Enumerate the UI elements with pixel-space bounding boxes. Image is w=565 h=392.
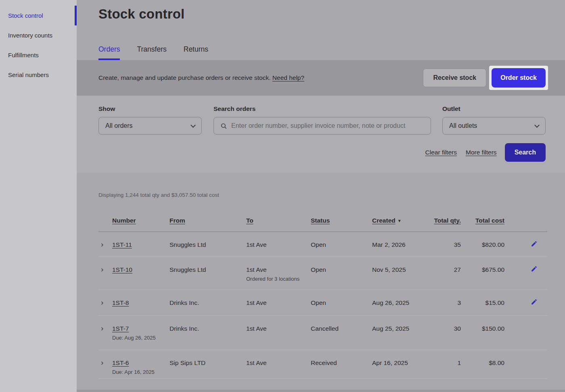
order-stock-button[interactable]: Order stock (492, 68, 546, 88)
show-filter-value: All orders (105, 122, 133, 129)
more-filters-link[interactable]: More filters (466, 149, 497, 156)
table-row[interactable]: › 1ST-7 Due: Aug 26, 2025 Drinks Inc. 1s… (98, 316, 547, 350)
outlet-filter-select[interactable]: All outlets (442, 117, 546, 135)
tutorial-highlight-box: Order stock (489, 66, 548, 90)
search-orders-input[interactable] (231, 122, 424, 129)
order-total-qty: 1 (429, 359, 461, 367)
need-help-link[interactable]: Need help? (272, 74, 304, 81)
chevron-down-icon (534, 123, 540, 128)
row-expand-chevron-icon[interactable]: › (98, 299, 112, 306)
sidebar: Stock control Inventory counts Fulfillme… (0, 0, 77, 392)
show-filter-select[interactable]: All orders (98, 117, 202, 135)
header-spacer (98, 217, 112, 224)
order-from: Sip Sips LTD (170, 359, 246, 367)
column-header-created-label: Created (372, 217, 396, 224)
outlet-filter-label: Outlet (442, 105, 546, 113)
order-total-cost: $820.00 (461, 241, 504, 248)
column-header-total-cost[interactable]: Total cost (461, 217, 504, 224)
chevron-down-icon (190, 123, 196, 128)
order-total-qty: 35 (429, 241, 461, 248)
tab-bar: Orders Transfers Returns (98, 45, 547, 60)
order-from: Drinks Inc. (170, 325, 246, 332)
sidebar-item-inventory-counts[interactable]: Inventory counts (0, 25, 77, 45)
order-status: Open (311, 299, 372, 307)
column-header-from[interactable]: From (170, 217, 246, 224)
order-total-cost: $8.00 (461, 359, 504, 367)
order-status: Open (311, 241, 372, 248)
order-due-date: Due: Apr 16, 2025 (112, 369, 170, 375)
column-header-total-qty[interactable]: Total qty. (429, 217, 461, 224)
order-to: 1st Ave (246, 359, 311, 367)
order-from: Drinks Inc. (170, 299, 246, 307)
order-created: Aug 26, 2025 (372, 299, 429, 307)
app-window: Stock control Inventory counts Fulfillme… (0, 0, 565, 392)
search-icon (220, 123, 227, 129)
order-to-value: 1st Ave (246, 266, 311, 273)
edit-pencil-icon[interactable] (531, 240, 538, 247)
scroll-edge (77, 390, 565, 392)
sort-desc-icon: ▼ (398, 219, 402, 223)
sidebar-item-label: Serial numbers (8, 71, 49, 78)
column-header-to[interactable]: To (246, 217, 311, 224)
tab-returns[interactable]: Returns (184, 45, 208, 60)
banner-text: Create, manage and update purchase order… (98, 74, 304, 81)
edit-pencil-icon[interactable] (531, 265, 538, 272)
sidebar-item-stock-control[interactable]: Stock control (0, 6, 77, 25)
column-header-status[interactable]: Status (311, 217, 372, 224)
order-total-cost: $15.00 (461, 299, 504, 307)
order-number-link[interactable]: 1ST-8 (112, 299, 129, 306)
row-expand-chevron-icon[interactable]: › (98, 241, 112, 248)
table-row[interactable]: › 1ST-6 Due: Apr 16, 2025 Sip Sips LTD 1… (98, 350, 547, 379)
order-number-link[interactable]: 1ST-6 (112, 359, 129, 366)
column-header-number[interactable]: Number (112, 217, 170, 224)
order-number-link[interactable]: 1ST-10 (112, 266, 132, 273)
banner-actions: Receive stock Order stock (423, 66, 548, 90)
order-status: Open (311, 266, 372, 273)
filter-actions: Clear filters More filters Search (98, 143, 546, 162)
order-to-note: Ordered for 3 locations (246, 276, 311, 282)
order-number-link[interactable]: 1ST-11 (112, 241, 132, 248)
header-spacer (504, 217, 547, 224)
column-header-created[interactable]: Created▼ (372, 217, 429, 224)
order-total-cost: $150.00 (461, 325, 504, 332)
search-orders-label: Search orders (213, 105, 431, 113)
edit-pencil-icon[interactable] (531, 298, 538, 305)
sidebar-item-serial-numbers[interactable]: Serial numbers (0, 65, 77, 85)
tab-orders[interactable]: Orders (98, 45, 120, 60)
table-row[interactable]: › 1ST-11 Snuggles Ltd 1st Ave Open Mar 2… (98, 232, 547, 257)
search-button[interactable]: Search (505, 143, 546, 162)
main-area: Stock control Orders Transfers Returns C… (77, 0, 565, 392)
outlet-filter-value: All outlets (449, 122, 477, 129)
search-orders-field[interactable] (213, 117, 431, 135)
order-total-qty: 30 (429, 325, 461, 332)
order-to: 1st Ave (246, 299, 311, 307)
banner-description: Create, manage and update purchase order… (98, 74, 271, 81)
order-from: Snuggles Ltd (170, 241, 246, 248)
order-to: 1st Ave Ordered for 3 locations (246, 266, 311, 282)
order-number-link[interactable]: 1ST-7 (112, 325, 129, 332)
orders-table: Number From To Status Created▼ Total qty… (98, 209, 547, 379)
order-created: Mar 2, 2026 (372, 241, 429, 248)
order-due-date: Due: Aug 26, 2025 (112, 335, 170, 341)
order-to: 1st Ave (246, 325, 311, 332)
clear-filters-link[interactable]: Clear filters (425, 149, 457, 156)
table-row[interactable]: › 1ST-10 Snuggles Ltd 1st Ave Ordered fo… (98, 257, 547, 290)
receive-stock-button[interactable]: Receive stock (423, 69, 486, 87)
order-status: Received (311, 359, 372, 367)
row-expand-chevron-icon[interactable]: › (98, 266, 112, 273)
order-total-qty: 3 (429, 299, 461, 307)
purchase-orders-banner: Create, manage and update purchase order… (77, 60, 565, 96)
orders-list-section: Displaying 1,244 total qty and $3,057.50… (77, 173, 565, 392)
row-expand-chevron-icon[interactable]: › (98, 325, 112, 332)
show-filter-label: Show (98, 105, 202, 113)
order-total-cost: $675.00 (461, 266, 504, 273)
order-from: Snuggles Ltd (170, 266, 246, 273)
row-expand-chevron-icon[interactable]: › (98, 359, 112, 366)
page-header: Stock control Orders Transfers Returns (77, 0, 565, 60)
sidebar-item-fulfillments[interactable]: Fulfillments (0, 45, 77, 65)
order-created: Aug 25, 2025 (372, 325, 429, 332)
table-row[interactable]: › 1ST-8 Drinks Inc. 1st Ave Open Aug 26,… (98, 290, 547, 316)
tab-transfers[interactable]: Transfers (137, 45, 166, 60)
order-total-qty: 27 (429, 266, 461, 273)
sidebar-item-label: Stock control (8, 12, 43, 19)
